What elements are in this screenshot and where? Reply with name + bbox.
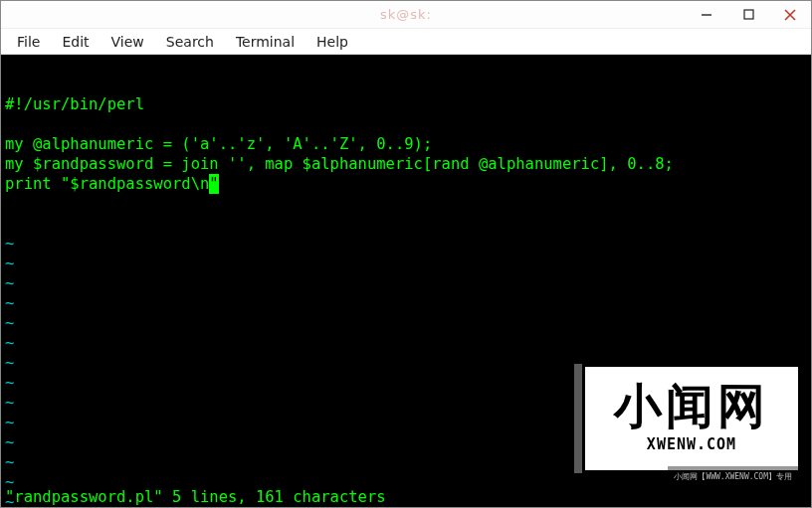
tilde-line: ~ [5, 333, 807, 353]
tilde-line: ~ [5, 273, 807, 293]
watermark-badge: 小闻网 XWENW.COM 小闻网【WWW.XWENW.COM】专用 [582, 364, 801, 473]
menubar: File Edit View Search Terminal Help [1, 29, 811, 55]
maximize-button[interactable] [727, 1, 769, 28]
menu-help[interactable]: Help [306, 31, 358, 53]
code-line: print "$randpassword\n" [5, 174, 807, 194]
titlebar: sk@sk: [1, 1, 811, 29]
watermark-en: XWENW.COM [647, 434, 736, 454]
window-controls [686, 1, 811, 28]
watermark-cn: 小闻网 [614, 383, 769, 430]
code-line: my $randpassword = join '', map $alphanu… [5, 154, 807, 174]
menu-view[interactable]: View [102, 31, 154, 53]
code-line: #!/usr/bin/perl [5, 94, 807, 114]
menu-search[interactable]: Search [156, 31, 224, 53]
code-block: #!/usr/bin/perl my @alphanumeric = ('a'.… [5, 94, 807, 194]
menu-file[interactable]: File [7, 31, 50, 53]
menu-edit[interactable]: Edit [52, 31, 99, 53]
code-line [5, 114, 807, 134]
watermark-footer: 小闻网【WWW.XWENW.COM】专用 [668, 466, 798, 488]
code-line: my @alphanumeric = ('a'..'z', 'A'..'Z', … [5, 134, 807, 154]
cursor: " [209, 174, 218, 194]
terminal-area[interactable]: #!/usr/bin/perl my @alphanumeric = ('a'.… [1, 55, 811, 507]
tilde-line: ~ [5, 293, 807, 313]
window-title: sk@sk: [380, 7, 432, 22]
close-button[interactable] [769, 1, 811, 28]
minimize-button[interactable] [686, 1, 727, 28]
vim-status-line: "randpassword.pl" 5 lines, 161 character… [5, 487, 386, 507]
svg-rect-1 [744, 10, 753, 19]
tilde-line: ~ [5, 254, 807, 273]
tilde-line: ~ [5, 313, 807, 333]
tilde-line: ~ [5, 234, 807, 254]
menu-terminal[interactable]: Terminal [226, 31, 304, 53]
